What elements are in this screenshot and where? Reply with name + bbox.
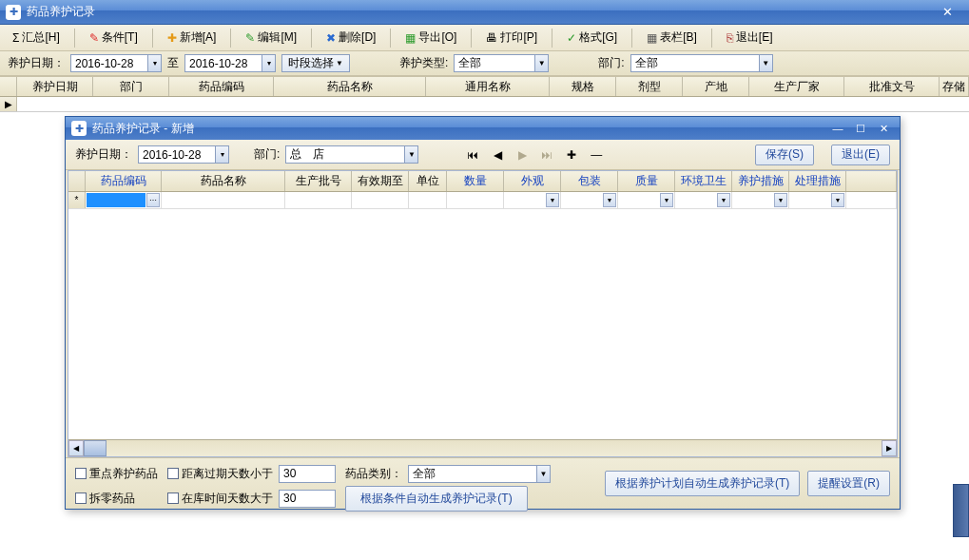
scroll-track[interactable] <box>107 440 882 456</box>
cell-editor[interactable] <box>87 193 145 207</box>
child-exit-button[interactable]: 退出(E) <box>831 145 890 165</box>
col-origin[interactable]: 产地 <box>683 77 749 96</box>
maximize-button[interactable]: ☐ <box>850 121 871 136</box>
col-spec[interactable]: 规格 <box>550 77 616 96</box>
chevron-down-icon[interactable]: ▼ <box>534 54 549 72</box>
col-maint[interactable]: 养护措施 <box>732 171 789 191</box>
cell-quality[interactable]: ▼ <box>618 192 675 208</box>
gen-plan-label: 根据养护计划自动生成养护记录(T) <box>615 475 789 492</box>
chevron-down-icon[interactable]: ▼ <box>546 193 559 207</box>
col-quality[interactable]: 质量 <box>618 171 675 191</box>
chevron-down-icon[interactable]: ▼ <box>603 193 616 207</box>
scroll-right-button[interactable]: ▶ <box>882 440 897 456</box>
col-manu[interactable]: 生产厂家 <box>749 77 844 96</box>
reminder-settings-button[interactable]: 提醒设置(R) <box>807 471 890 496</box>
chevron-down-icon[interactable]: ▼ <box>536 465 551 483</box>
delete-button[interactable]: ✖删除[D] <box>320 28 382 48</box>
add-button[interactable]: ✚新增[A] <box>161 28 223 48</box>
chk-split-drugs[interactable]: 拆零药品 <box>75 491 135 507</box>
col-generic[interactable]: 通用名称 <box>426 77 550 96</box>
chk-key-drugs[interactable]: 重点养护药品 <box>75 466 158 482</box>
col-form[interactable]: 剂型 <box>616 77 683 96</box>
type-dropdown[interactable]: 全部▼ <box>454 54 549 72</box>
cell-env[interactable]: ▼ <box>675 192 732 208</box>
chk-expire[interactable]: 距离过期天数小于 <box>167 466 273 482</box>
chevron-down-icon[interactable]: ▼ <box>774 193 787 207</box>
nav-first-button[interactable]: ⏮ <box>462 146 483 164</box>
col-batch[interactable]: 生产批号 <box>285 171 352 191</box>
col-appear[interactable]: 外观 <box>504 171 561 191</box>
scroll-left-button[interactable]: ◀ <box>68 440 84 456</box>
col-name[interactable]: 药品名称 <box>162 171 285 191</box>
minimize-button[interactable]: — <box>827 121 848 136</box>
chk-stock[interactable]: 在库时间天数大于 <box>167 491 273 507</box>
col-spacer <box>846 171 897 191</box>
cell-name[interactable] <box>162 192 285 208</box>
col-date[interactable]: 养护日期 <box>17 77 93 96</box>
date-from-input[interactable]: 2016-10-28▾ <box>70 54 162 72</box>
child-date-input[interactable]: 2016-10-28▾ <box>138 145 229 164</box>
cell-handle[interactable]: ▼ <box>789 192 846 208</box>
cell-expiry[interactable] <box>352 192 409 208</box>
print-button[interactable]: 🖶打印[P] <box>479 28 544 48</box>
chevron-down-icon[interactable]: ▼ <box>759 54 773 72</box>
col-expiry[interactable]: 有效期至 <box>352 171 409 191</box>
col-code[interactable]: 药品编码 <box>169 77 274 96</box>
condition-button[interactable]: ✎条件[T] <box>83 28 145 48</box>
chevron-down-icon[interactable]: ▼ <box>831 193 844 207</box>
col-qty[interactable]: 数量 <box>447 171 504 191</box>
category-dropdown[interactable]: 全部▼ <box>408 465 551 483</box>
time-select-button[interactable]: 时段选择▼ <box>281 54 350 72</box>
chevron-down-icon[interactable]: ▼ <box>404 145 418 164</box>
horizontal-scrollbar[interactable]: ◀ ▶ <box>68 439 897 456</box>
exit-button[interactable]: ⎘退出[E] <box>720 28 780 48</box>
ellipsis-button[interactable]: ⋯ <box>146 193 160 207</box>
col-code[interactable]: 药品编码 <box>86 171 162 191</box>
nav-prev-button[interactable]: ◀ <box>487 146 508 164</box>
stock-days-input[interactable]: 30 <box>279 490 336 508</box>
nav-remove-button[interactable]: — <box>586 146 607 164</box>
cell-pack[interactable]: ▼ <box>561 192 618 208</box>
col-unit[interactable]: 单位 <box>409 171 447 191</box>
col-approval[interactable]: 批准文号 <box>844 77 940 96</box>
cell-code[interactable]: ⋯ <box>86 192 162 208</box>
col-storage[interactable]: 存储 <box>940 77 969 96</box>
format-button[interactable]: ✓格式[G] <box>560 28 624 48</box>
col-dept[interactable]: 部门 <box>93 77 169 96</box>
date-spinner-icon[interactable]: ▾ <box>215 145 229 164</box>
scroll-thumb[interactable] <box>84 440 107 456</box>
date-spinner-icon[interactable]: ▾ <box>147 54 162 72</box>
cell-appear[interactable]: ▼ <box>504 192 561 208</box>
col-handle[interactable]: 处理措施 <box>789 171 846 191</box>
export-button[interactable]: ▦导出[O] <box>398 28 463 48</box>
col-env[interactable]: 环境卫生 <box>675 171 732 191</box>
close-button[interactable]: ✕ <box>931 4 963 21</box>
col-pack[interactable]: 包装 <box>561 171 618 191</box>
cell-qty[interactable] <box>447 192 504 208</box>
dept-dropdown[interactable]: 全部▼ <box>630 54 773 72</box>
gen-by-condition-button[interactable]: 根据条件自动生成养护记录(T) <box>345 486 528 512</box>
vertical-scrollbar[interactable] <box>953 484 969 537</box>
close-button[interactable]: ✕ <box>873 121 894 136</box>
date-spinner-icon[interactable]: ▾ <box>262 54 276 72</box>
time-select-label: 时段选择 <box>288 55 334 71</box>
cell-unit[interactable] <box>409 192 447 208</box>
nav-add-button[interactable]: ✚ <box>561 146 582 164</box>
col-name[interactable]: 药品名称 <box>274 77 426 96</box>
columns-button[interactable]: ▦表栏[B] <box>640 28 704 48</box>
edit-button[interactable]: ✎编辑[M] <box>239 28 303 48</box>
gen-by-plan-button[interactable]: 根据养护计划自动生成养护记录(T) <box>605 471 800 496</box>
child-dept-dropdown[interactable]: 总 店▼ <box>285 145 418 164</box>
cell-maint[interactable]: ▼ <box>732 192 789 208</box>
summary-button[interactable]: Σ汇总[H] <box>6 28 67 48</box>
chevron-down-icon[interactable]: ▼ <box>660 193 673 207</box>
chevron-down-icon[interactable]: ▼ <box>717 193 730 207</box>
new-row-indicator-icon: * <box>68 192 86 208</box>
cell-batch[interactable] <box>285 192 352 208</box>
save-button[interactable]: 保存(S) <box>755 145 814 165</box>
edit-label: 编辑[M] <box>258 29 297 46</box>
window-buttons: — ☐ ✕ <box>827 121 894 136</box>
child-grid-row[interactable]: * ⋯ ▼ ▼ ▼ ▼ ▼ ▼ <box>68 192 897 209</box>
date-to-input[interactable]: 2016-10-28▾ <box>184 54 276 72</box>
expire-days-input[interactable]: 30 <box>279 465 336 483</box>
